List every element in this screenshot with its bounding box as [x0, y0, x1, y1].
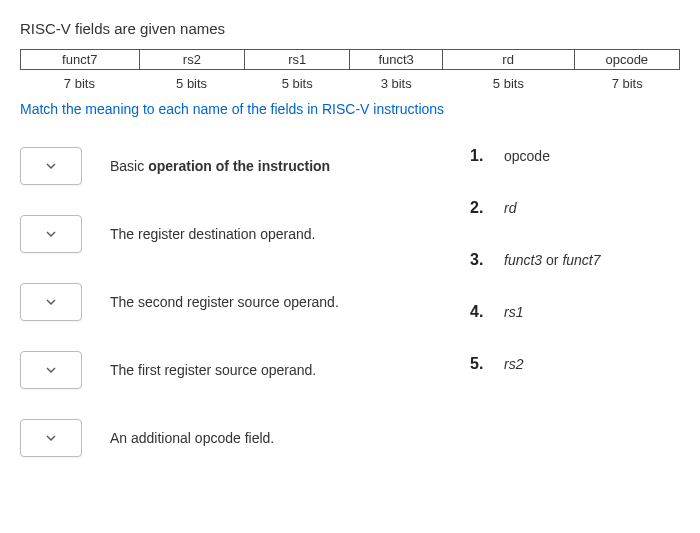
option-text: rs2: [504, 356, 523, 372]
option-row: 2. rd: [470, 199, 680, 217]
match-dropdown[interactable]: [20, 147, 82, 185]
matching-column: Basic operation of the instruction The r…: [20, 147, 450, 487]
field-bits-row: 7 bits 5 bits 5 bits 3 bits 5 bits 7 bit…: [20, 76, 680, 91]
instructions-text: Match the meaning to each name of the fi…: [20, 101, 680, 117]
match-description: The second register source operand.: [110, 294, 339, 310]
option-number: 1.: [470, 147, 490, 165]
bits-cell: 5 bits: [244, 76, 350, 91]
field-cell: rd: [442, 50, 574, 70]
field-cell: rs2: [139, 50, 244, 70]
field-cell: opcode: [574, 50, 679, 70]
field-cell: funct7: [21, 50, 140, 70]
match-description: The first register source operand.: [110, 362, 316, 378]
option-number: 5.: [470, 355, 490, 373]
chevron-down-icon: [46, 163, 56, 169]
option-row: 1. opcode: [470, 147, 680, 165]
bits-cell: 7 bits: [20, 76, 139, 91]
bits-cell: 3 bits: [350, 76, 442, 91]
option-row: 4. rs1: [470, 303, 680, 321]
chevron-down-icon: [46, 231, 56, 237]
match-row: The register destination operand.: [20, 215, 450, 253]
option-number: 4.: [470, 303, 490, 321]
match-dropdown[interactable]: [20, 419, 82, 457]
option-number: 3.: [470, 251, 490, 269]
field-names-table: funct7 rs2 rs1 funct3 rd opcode: [20, 49, 680, 70]
field-cell: rs1: [245, 50, 350, 70]
match-description: The register destination operand.: [110, 226, 315, 242]
bits-cell: 5 bits: [139, 76, 245, 91]
page-title: RISC-V fields are given names: [20, 20, 680, 37]
match-row: The first register source operand.: [20, 351, 450, 389]
option-text: opcode: [504, 148, 550, 164]
option-text: rs1: [504, 304, 523, 320]
match-dropdown[interactable]: [20, 351, 82, 389]
match-row: An additional opcode field.: [20, 419, 450, 457]
match-dropdown[interactable]: [20, 283, 82, 321]
chevron-down-icon: [46, 435, 56, 441]
bits-cell: 5 bits: [442, 76, 574, 91]
bits-cell: 7 bits: [574, 76, 680, 91]
chevron-down-icon: [46, 299, 56, 305]
match-row: Basic operation of the instruction: [20, 147, 450, 185]
option-row: 3. funct3 or funct7: [470, 251, 680, 269]
field-cell: funct3: [350, 50, 442, 70]
option-row: 5. rs2: [470, 355, 680, 373]
chevron-down-icon: [46, 367, 56, 373]
match-dropdown[interactable]: [20, 215, 82, 253]
match-description: Basic operation of the instruction: [110, 158, 330, 174]
option-number: 2.: [470, 199, 490, 217]
option-text: funct3 or funct7: [504, 252, 601, 268]
options-column: 1. opcode 2. rd 3. funct3 or funct7 4. r…: [450, 147, 680, 407]
option-text: rd: [504, 200, 516, 216]
match-description: An additional opcode field.: [110, 430, 274, 446]
match-row: The second register source operand.: [20, 283, 450, 321]
